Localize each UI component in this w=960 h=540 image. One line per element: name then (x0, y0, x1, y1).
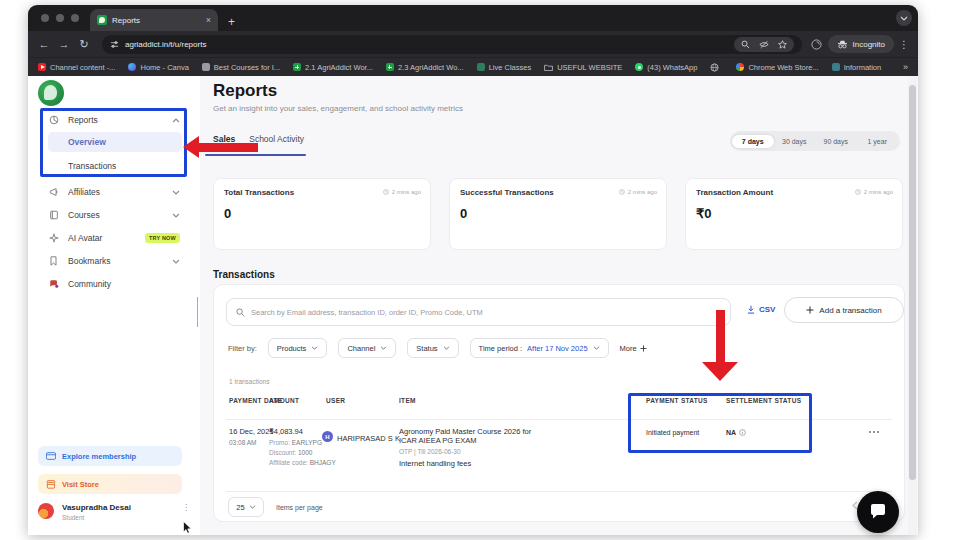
filter-time-period[interactable]: Time period :After 17 Nov 2025 (470, 338, 609, 358)
bookmark-item[interactable]: Live Classes (477, 63, 532, 72)
divider (226, 491, 892, 492)
bookmark-folder[interactable]: USEFUL WEBSITE (544, 63, 622, 72)
sidebar-item-bookmarks[interactable]: Bookmarks (38, 252, 190, 270)
address-bar[interactable]: agriaddict.in/t/u/reports (102, 35, 802, 54)
chevron-down-icon (249, 505, 256, 509)
forward-icon[interactable]: → (56, 39, 72, 50)
filter-channel[interactable]: Channel (338, 338, 396, 358)
clock-icon (383, 189, 389, 195)
omnibox-action-icons (734, 37, 794, 52)
add-transaction-button[interactable]: Add a transaction (784, 297, 904, 323)
folder-icon (544, 64, 553, 71)
payment-time: 03:08 AM (229, 439, 274, 446)
extensions-icon[interactable] (810, 37, 824, 51)
reload-icon[interactable]: ↻ (76, 39, 92, 50)
back-icon[interactable]: ← (36, 39, 52, 50)
chat-widget-button[interactable] (857, 491, 899, 533)
table-footer: 25 Items per page (228, 497, 323, 517)
visit-store-banner[interactable]: Visit Store (38, 474, 182, 494)
page-scrollbar-thumb[interactable] (909, 85, 916, 480)
per-page-select[interactable]: 25 (228, 497, 264, 517)
bookmark-item[interactable]: 2.3 AgriAddict Wo... (386, 63, 464, 72)
search-icon (236, 308, 245, 317)
browser-menu-icon[interactable]: ⋮ (898, 39, 910, 50)
window-zoom-button[interactable] (71, 14, 79, 22)
bookmark-icon (48, 256, 59, 266)
transactions-count: 1 transactions (229, 378, 269, 385)
bookmark-item[interactable]: Home - Canva (128, 63, 188, 72)
tab-close-icon[interactable]: × (206, 16, 211, 25)
tab-favicon-icon (97, 15, 107, 25)
stat-card-total-transactions: Total Transactions 2 mins ago 0 (213, 178, 431, 250)
bookmarks-overflow-icon[interactable]: » (903, 62, 908, 72)
zoom-icon[interactable] (741, 40, 750, 49)
search-input[interactable] (251, 308, 721, 317)
chat-bubble-icon (869, 504, 887, 520)
chevron-down-icon (380, 346, 387, 350)
url-text[interactable]: agriaddict.in/t/u/reports (125, 40, 728, 49)
sheets-icon (386, 63, 394, 71)
tune-icon (110, 40, 119, 49)
profile-menu-icon[interactable]: ⋮ (182, 503, 190, 512)
chevron-down-icon (443, 346, 450, 350)
incognito-badge: Incognito (828, 35, 894, 53)
transactions-search[interactable] (226, 298, 731, 326)
bookmark-item[interactable]: Chrome Web Store... (736, 63, 818, 72)
new-tab-button[interactable]: + (228, 16, 235, 28)
col-item: ITEM (399, 397, 416, 404)
chevron-down-icon (172, 259, 180, 264)
sidebar-item-community[interactable]: Community (38, 275, 190, 293)
per-page-label: Items per page (276, 504, 323, 511)
bookmark-item[interactable]: Best Courses for I... (202, 63, 280, 72)
bookmark-item[interactable] (710, 63, 723, 72)
stat-card-transaction-amount: Transaction Amount 2 mins ago ₹0 (685, 178, 903, 250)
megaphone-icon (48, 187, 59, 197)
user-profile[interactable]: Vasupradha Desai Student ⋮ (38, 503, 190, 521)
agriaddict-logo[interactable] (38, 80, 64, 106)
range-1-year[interactable]: 1 year (857, 138, 899, 145)
bookmark-star-icon[interactable] (778, 40, 787, 49)
window-controls[interactable] (41, 14, 79, 22)
range-7-days[interactable]: 7 days (732, 135, 774, 148)
card-icon (46, 452, 56, 460)
tab-search-chevron-icon[interactable] (896, 10, 912, 26)
browser-toolbar: ← → ↻ agriaddict.in/t/u/reports Incognit… (28, 31, 918, 57)
stat-value: 0 (224, 206, 420, 221)
range-30-days[interactable]: 30 days (774, 138, 816, 145)
discount: Discount: 1000 (269, 449, 336, 456)
sidebar-item-affiliates[interactable]: Affiliates (38, 183, 190, 201)
row-actions-menu-icon[interactable] (869, 431, 879, 433)
tab-title: Reports (112, 16, 201, 25)
annotation-box-status-columns (628, 393, 812, 453)
sparkles-icon (48, 233, 59, 243)
browser-tab[interactable]: Reports × (90, 9, 218, 31)
bookmark-item[interactable]: (43) WhatsApp (635, 63, 697, 72)
page-subtitle: Get an insight into your sales, engageme… (213, 104, 463, 113)
chevron-down-icon (593, 346, 600, 350)
affiliate-code: Affiliate code: BHJAGY (269, 459, 336, 466)
window-close-button[interactable] (41, 14, 49, 22)
store-icon (46, 480, 56, 489)
mouse-cursor (183, 521, 192, 534)
window-minimize-button[interactable] (56, 14, 64, 22)
filter-products[interactable]: Products (268, 338, 328, 358)
clock-icon (855, 189, 861, 195)
item-extra: Internet handling fees (399, 459, 639, 468)
bookmark-item[interactable]: 2.1 AgriAddict Wor... (293, 63, 373, 72)
globe-icon (710, 63, 719, 72)
bookmark-item[interactable]: Information (832, 63, 882, 72)
date-range-selector: 7 days 30 days 90 days 1 year (730, 131, 900, 151)
chevron-down-icon (311, 346, 318, 350)
explore-membership-banner[interactable]: Explore membership (38, 446, 182, 466)
range-90-days[interactable]: 90 days (815, 138, 857, 145)
sidebar-item-ai-avatar[interactable]: AI Avatar TRY NOW (38, 229, 190, 247)
filter-status[interactable]: Status (407, 338, 458, 358)
filter-row: Filter by: Products Channel Status Time … (228, 338, 647, 358)
col-user: USER (326, 397, 345, 404)
col-amount: AMOUNT (269, 397, 299, 404)
sidebar-item-courses[interactable]: Courses (38, 206, 190, 224)
csv-export-button[interactable]: CSV (747, 305, 775, 314)
eye-off-icon[interactable] (759, 40, 769, 49)
bookmark-item[interactable]: Channel content -... (38, 63, 115, 72)
filter-more[interactable]: More (620, 344, 647, 353)
